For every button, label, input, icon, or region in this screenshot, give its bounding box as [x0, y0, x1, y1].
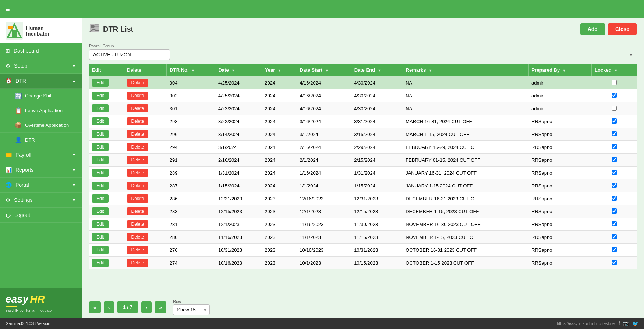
- page-title-area: DTR List: [89, 23, 133, 35]
- delete-button[interactable]: Delete: [127, 233, 149, 241]
- cell-date_end: 3/31/2024: [351, 115, 403, 128]
- cell-year: 2023: [262, 192, 297, 205]
- sidebar-item-logout[interactable]: ⏻ Logout: [0, 208, 82, 223]
- cell-dtr_no: 304: [167, 76, 215, 89]
- cell-date_start: 1/1/2024: [297, 179, 351, 192]
- next-page-button[interactable]: ›: [141, 301, 152, 313]
- cell-date_start: 3/16/2024: [297, 115, 351, 128]
- cell-date: 10/16/2023: [215, 257, 262, 269]
- edit-button[interactable]: Edit: [92, 194, 109, 203]
- sidebar-item-setup[interactable]: ⚙ Setup ▼: [0, 58, 82, 74]
- sidebar-item-payroll[interactable]: 💳 Payroll ▼: [0, 147, 82, 162]
- dtr-sub-icon: 👤: [15, 136, 22, 143]
- locked-checkbox[interactable]: [612, 157, 617, 162]
- edit-button[interactable]: Edit: [92, 233, 109, 241]
- edit-button[interactable]: Edit: [92, 117, 109, 125]
- close-button[interactable]: Close: [608, 23, 637, 35]
- payroll-group-select[interactable]: ACTIVE - LUZON ACTIVE - VISAYAS ACTIVE -…: [89, 49, 170, 60]
- locked-checkbox[interactable]: [612, 80, 617, 85]
- delete-button[interactable]: Delete: [127, 92, 149, 100]
- edit-button[interactable]: Edit: [92, 220, 109, 228]
- edit-button[interactable]: Edit: [92, 169, 109, 177]
- delete-button[interactable]: Delete: [127, 259, 149, 267]
- edit-button[interactable]: Edit: [92, 92, 109, 100]
- delete-button[interactable]: Delete: [127, 104, 149, 112]
- delete-button[interactable]: Delete: [127, 117, 149, 125]
- dtr-table: Edit Delete DTR No. ▼ Date ▼ Year ▼ Date…: [89, 64, 637, 269]
- cell-date_end: 12/15/2023: [351, 205, 403, 218]
- page-icon: [89, 23, 99, 35]
- delete-button[interactable]: Delete: [127, 207, 149, 215]
- cell-prepared_by: RRSapno: [528, 167, 592, 179]
- edit-button[interactable]: Edit: [92, 182, 109, 190]
- edit-button[interactable]: Edit: [92, 207, 109, 215]
- table-row: EditDelete3024/25/202420244/16/20244/30/…: [89, 89, 637, 102]
- sidebar-item-leave-application[interactable]: 📋 Leave Application: [0, 103, 82, 118]
- sidebar-item-dtr[interactable]: ⏰ DTR ▲: [0, 74, 82, 89]
- delete-button[interactable]: Delete: [127, 220, 149, 228]
- locked-checkbox[interactable]: [612, 208, 617, 214]
- cell-remarks: OCTOBER 1-15 2023 CUT OFF: [403, 257, 528, 269]
- locked-checkbox[interactable]: [612, 106, 617, 111]
- locked-checkbox[interactable]: [612, 221, 617, 226]
- cell-dtr_no: 276: [167, 244, 215, 257]
- table-body: EditDelete3044/25/202420244/16/20244/30/…: [89, 76, 637, 269]
- sidebar-item-dashboard[interactable]: ⊞ Dashboard: [0, 43, 82, 58]
- delete-button[interactable]: Delete: [127, 194, 149, 203]
- col-remarks: Remarks ▼: [403, 64, 528, 76]
- sidebar-item-portal[interactable]: 🌐 Portal ▼: [0, 178, 82, 193]
- edit-button[interactable]: Edit: [92, 143, 109, 151]
- last-page-button[interactable]: »: [155, 301, 166, 313]
- sidebar-item-reports[interactable]: 📊 Reports ▼: [0, 162, 82, 178]
- cell-date_end: 11/15/2023: [351, 231, 403, 244]
- locked-checkbox[interactable]: [612, 93, 617, 98]
- sidebar-item-change-shift[interactable]: 🔄 Change Shift: [0, 89, 82, 103]
- locked-checkbox[interactable]: [612, 247, 617, 252]
- locked-checkbox[interactable]: [612, 170, 617, 175]
- top-bar: ≡: [0, 0, 644, 18]
- table-row: EditDelete28312/15/2023202312/1/202312/1…: [89, 205, 637, 218]
- sidebar-item-settings[interactable]: ⚙ Settings ▼: [0, 193, 82, 208]
- edit-button[interactable]: Edit: [92, 79, 109, 87]
- locked-checkbox[interactable]: [612, 131, 617, 136]
- sidebar-item-dtr-sub[interactable]: 👤 DTR: [0, 133, 82, 147]
- cell-year: 2023: [262, 244, 297, 257]
- prev-page-button[interactable]: ‹: [104, 301, 114, 313]
- delete-button[interactable]: Delete: [127, 182, 149, 190]
- cell-year: 2023: [262, 231, 297, 244]
- add-button[interactable]: Add: [580, 23, 605, 35]
- cell-year: 2024: [262, 76, 297, 89]
- locked-checkbox[interactable]: [612, 196, 617, 201]
- delete-button[interactable]: Delete: [127, 169, 149, 177]
- locked-checkbox[interactable]: [612, 234, 617, 239]
- edit-button[interactable]: Edit: [92, 130, 109, 138]
- cell-dtr_no: 287: [167, 179, 215, 192]
- edit-button[interactable]: Edit: [92, 259, 109, 267]
- table-row: EditDelete27610/31/2023202310/16/202310/…: [89, 244, 637, 257]
- edit-button[interactable]: Edit: [92, 156, 109, 164]
- first-page-button[interactable]: «: [89, 301, 101, 313]
- row-count-select[interactable]: Show 10 Show 15 Show 20 Show 25 Show 50: [173, 304, 210, 315]
- setup-chevron: ▼: [72, 63, 76, 68]
- delete-button[interactable]: Delete: [127, 156, 149, 164]
- locked-checkbox[interactable]: [612, 144, 617, 149]
- svg-rect-2: [12, 30, 17, 37]
- delete-button[interactable]: Delete: [127, 130, 149, 138]
- edit-button[interactable]: Edit: [92, 246, 109, 254]
- col-locked: Locked ▼: [592, 64, 637, 76]
- cell-dtr_no: 301: [167, 102, 215, 115]
- delete-button[interactable]: Delete: [127, 79, 149, 87]
- hamburger-icon[interactable]: ≡: [6, 5, 10, 14]
- logout-icon: ⏻: [6, 212, 11, 218]
- delete-button[interactable]: Delete: [127, 246, 149, 254]
- cell-remarks: FEBRUARY 16-29, 2024 CUT OFF: [403, 141, 528, 154]
- locked-checkbox[interactable]: [612, 183, 617, 188]
- cell-date_start: 4/16/2024: [297, 102, 351, 115]
- edit-button[interactable]: Edit: [92, 104, 109, 112]
- locked-checkbox[interactable]: [612, 260, 617, 265]
- delete-button[interactable]: Delete: [127, 143, 149, 151]
- locked-checkbox[interactable]: [612, 118, 617, 124]
- cell-prepared_by: RRSapno: [528, 205, 592, 218]
- sidebar-item-overtime-application[interactable]: 📦 Overtime Application: [0, 118, 82, 133]
- svg-rect-7: [95, 26, 99, 27]
